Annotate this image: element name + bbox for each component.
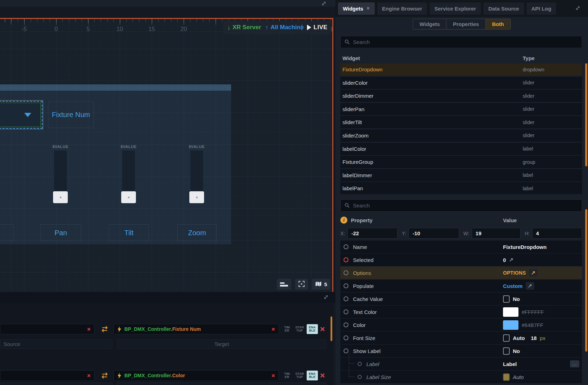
widget-search-box[interactable] xyxy=(340,36,582,48)
binding-ring-icon-active[interactable] xyxy=(344,257,348,262)
drag-handle-dots[interactable] xyxy=(301,24,302,31)
text-color-swatch[interactable] xyxy=(503,307,518,317)
bindings-scrollbar[interactable] xyxy=(331,316,332,341)
swap-direction-button[interactable] xyxy=(98,324,112,334)
server-status-label[interactable]: XR Server xyxy=(233,24,261,31)
selected-value[interactable]: 0 xyxy=(503,257,506,263)
x-input[interactable] xyxy=(347,228,398,239)
cache-value-checkbox[interactable] xyxy=(503,295,510,303)
label-more-button[interactable]: ... xyxy=(570,360,579,367)
slider-track[interactable] xyxy=(122,150,135,191)
label-size-auto-checkbox[interactable] xyxy=(503,373,510,381)
populate-value[interactable]: Custom xyxy=(503,283,523,289)
clear-source-icon[interactable]: × xyxy=(87,326,91,332)
property-row-label-size[interactable]: Label Size Auto xyxy=(340,371,582,383)
show-label-checkbox[interactable] xyxy=(503,347,510,355)
property-row-populate[interactable]: Populate Custom ↗ xyxy=(340,280,582,292)
label-pan-widget[interactable]: Pan xyxy=(40,224,81,241)
label-value[interactable]: Label xyxy=(503,361,517,367)
tab-service-explorer[interactable]: Service Explorer xyxy=(430,2,481,15)
enable-badge[interactable]: ENABLE xyxy=(307,371,318,380)
w-input[interactable] xyxy=(472,228,521,239)
enable-badge[interactable]: ENABLE xyxy=(307,324,318,334)
binding-source-field[interactable]: × xyxy=(0,324,94,334)
live-button[interactable]: LIVE xyxy=(303,21,331,34)
map-pages-button[interactable]: 5 xyxy=(312,279,330,290)
binding-source-field[interactable]: × xyxy=(0,370,94,381)
bindings-expand-icon[interactable] xyxy=(324,295,328,301)
bottom-divider[interactable] xyxy=(0,292,335,303)
close-tab-icon[interactable]: × xyxy=(366,5,370,12)
layers-button[interactable] xyxy=(277,279,291,290)
options-value[interactable]: OPTIONS xyxy=(503,270,526,276)
binding-ring-icon[interactable] xyxy=(344,244,348,249)
binding-ring-icon[interactable] xyxy=(344,296,348,301)
property-row-label[interactable]: Label Label ... xyxy=(340,358,582,370)
widget-row[interactable]: FixtureGroupgroup xyxy=(340,156,582,168)
canvas-expand-icon[interactable] xyxy=(321,1,326,7)
property-search-input[interactable] xyxy=(353,203,578,208)
label-zoom-widget[interactable]: Zoom xyxy=(177,224,217,241)
delete-binding-icon[interactable]: × xyxy=(318,371,327,380)
slider-pan-widget[interactable]: $VALUE xyxy=(39,145,81,203)
property-search-box[interactable] xyxy=(340,199,582,212)
property-row-font-size[interactable]: Font Size Auto 18 px xyxy=(340,332,582,344)
binding-ring-icon[interactable] xyxy=(358,375,362,379)
clear-target-icon[interactable]: × xyxy=(272,326,275,332)
info-icon[interactable]: i xyxy=(340,217,347,224)
tab-data-source[interactable]: Data Source xyxy=(483,2,524,15)
font-size-auto-checkbox[interactable] xyxy=(503,334,510,342)
binding-ring-icon[interactable] xyxy=(358,362,362,366)
binding-ring-icon[interactable] xyxy=(344,309,348,314)
fixture-num-label-widget[interactable]: Fixture Num xyxy=(48,102,94,128)
timer-badge[interactable]: TIMER xyxy=(281,371,293,380)
toggle-properties[interactable]: Properties xyxy=(446,19,485,29)
widget-row[interactable]: sliderTiltslider xyxy=(340,116,582,128)
clear-source-icon[interactable]: × xyxy=(87,373,91,379)
open-options-button[interactable]: ↗ xyxy=(529,269,537,277)
binding-ring-icon[interactable] xyxy=(344,322,348,327)
widget-row[interactable]: labelColorlabel xyxy=(340,143,582,155)
y-input[interactable] xyxy=(409,228,459,239)
fixture-dropdown-widget[interactable] xyxy=(0,100,43,129)
startup-badge[interactable]: STARTUP xyxy=(294,371,305,380)
binding-ring-icon[interactable] xyxy=(344,348,348,353)
timer-badge[interactable]: TIMER xyxy=(281,324,293,334)
slider-handle[interactable] xyxy=(53,191,68,203)
property-list-scrollbar[interactable] xyxy=(585,209,587,352)
toggle-widgets[interactable]: Widgets xyxy=(413,19,446,29)
group-header-band[interactable] xyxy=(0,84,231,91)
widget-row[interactable]: labelDimmerlabel xyxy=(340,169,582,181)
widget-row[interactable]: sliderPanslider xyxy=(340,103,582,115)
binding-ring-icon[interactable] xyxy=(344,335,348,340)
dropdown-body[interactable] xyxy=(0,103,41,127)
next-target-field[interactable] xyxy=(117,383,326,385)
startup-badge[interactable]: STARTUP xyxy=(294,324,305,334)
clear-target-icon[interactable]: × xyxy=(272,373,275,379)
toggle-both[interactable]: Both xyxy=(485,19,510,29)
tab-widgets[interactable]: Widgets × xyxy=(338,2,375,15)
dropdown-caret-icon[interactable] xyxy=(24,113,31,117)
focus-fit-button[interactable] xyxy=(295,279,308,290)
widget-row[interactable]: FixtureDropdowndropdown xyxy=(340,63,582,76)
binding-ring-icon[interactable] xyxy=(344,270,348,275)
slider-tilt-widget[interactable]: $VALUE xyxy=(107,145,150,203)
property-row-options[interactable]: Options OPTIONS ↗ xyxy=(340,267,582,279)
binding-target-chip[interactable]: BP_DMX_Controller. Fixture Num × xyxy=(113,324,279,334)
tab-engine-browser[interactable]: Engine Browser xyxy=(377,2,427,15)
widget-row[interactable]: sliderZoomslider xyxy=(340,129,582,142)
widget-search-input[interactable] xyxy=(353,39,578,45)
delete-binding-icon[interactable]: × xyxy=(318,324,327,334)
slider-handle[interactable] xyxy=(121,191,136,203)
property-row-selected[interactable]: Selected 0 ↗ xyxy=(340,254,582,266)
widget-row[interactable]: labelPanlabel xyxy=(340,182,582,194)
slider-track[interactable] xyxy=(190,150,203,191)
slider-track[interactable] xyxy=(54,150,67,191)
design-viewport[interactable]: -5 0 5 10 15 20 4 Fixture Num xyxy=(0,18,333,292)
h-input[interactable] xyxy=(532,228,582,239)
label-tilt-widget[interactable]: Tilt xyxy=(109,224,149,241)
open-populate-button[interactable]: ↗ xyxy=(526,282,534,290)
property-row-cache-value[interactable]: Cache Value No xyxy=(340,293,582,305)
name-value[interactable]: FixtureDropdown xyxy=(503,244,547,250)
target-placeholder-field[interactable]: Target xyxy=(117,339,326,349)
